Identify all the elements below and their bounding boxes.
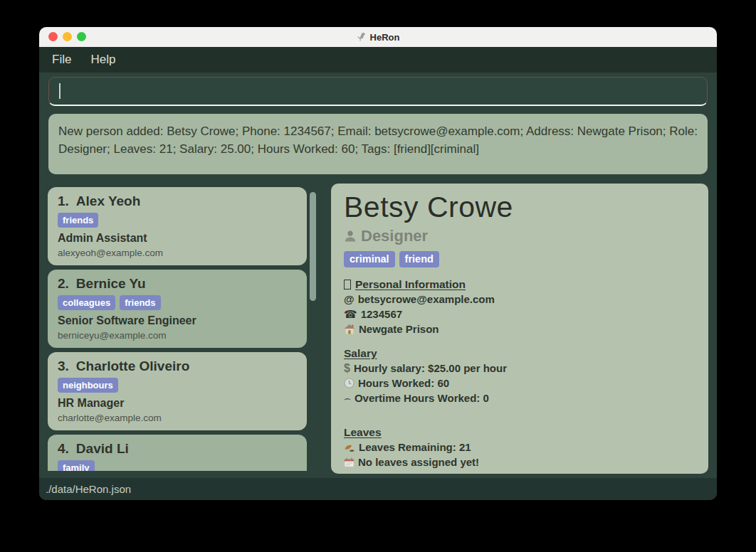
person-name-line: 4.David Li (58, 440, 297, 457)
detail-address-line: Newgate Prison (344, 322, 695, 336)
menu-bar: File Help (39, 47, 717, 73)
detail-leaves-remaining-value: Leaves Remaining: 21 (359, 440, 471, 455)
phone-icon: ☎ (344, 307, 357, 322)
leaves-heading: Leaves (344, 425, 695, 440)
tag-badge: friend (399, 251, 439, 267)
person-list[interactable]: 1.Alex Yeoh friends Admin Assistant alex… (48, 185, 308, 471)
missing-glyph-icon (344, 280, 351, 290)
result-display[interactable]: New person added: Betsy Crowe; Phone: 12… (48, 114, 708, 174)
menu-file[interactable]: File (52, 53, 71, 67)
house-icon (344, 324, 355, 334)
detail-role-label: Designer (361, 227, 428, 245)
person-name: David Li (76, 441, 129, 456)
person-icon (344, 230, 357, 243)
person-name: Alex Yeoh (76, 193, 140, 208)
detail-role-line: Designer (344, 227, 695, 245)
person-card[interactable]: 3.Charlotte Oliveiro neighbours HR Manag… (48, 352, 307, 430)
app-window: HeRon File Help New person added: Betsy … (39, 27, 717, 500)
command-input[interactable] (48, 77, 708, 106)
detail-overtime-value: Overtime Hours Worked: 0 (355, 391, 489, 405)
detail-email-line: @ betsycrowe@example.com (344, 292, 695, 307)
data-file-path: ./data/HeRon.json (46, 483, 131, 495)
person-tags: friends (58, 212, 297, 228)
detail-leaves-assigned-value: No leaves assigned yet! (358, 455, 479, 469)
detail-salary-value: Hourly salary: $25.00 per hour (354, 361, 507, 376)
tag-badge: friends (58, 213, 98, 228)
overtime-arc-icon: ⌢ (344, 391, 351, 405)
person-email: berniceyu@example.com (58, 329, 297, 341)
menu-help[interactable]: Help (90, 53, 115, 67)
person-role: Senior Software Engineer (58, 313, 297, 328)
person-index: 4. (58, 441, 69, 456)
salary-heading: Salary (344, 346, 695, 361)
detail-leaves-assigned-line: No leaves assigned yet! (344, 455, 695, 469)
detail-tags: criminalfriend (344, 251, 695, 267)
tag-badge: colleagues (58, 295, 115, 310)
detail-hours-value: Hours Worked: 60 (358, 376, 449, 391)
tag-badge: family (58, 460, 95, 471)
person-email: alexyeoh@example.com (58, 247, 297, 259)
person-name-line: 1.Alex Yeoh (58, 192, 297, 210)
person-email: charlotte@example.com (58, 412, 297, 424)
person-role: HR Manager (58, 396, 297, 410)
status-bar: ./data/HeRon.json (39, 478, 717, 500)
person-index: 3. (58, 359, 69, 373)
text-cursor (59, 83, 61, 99)
window-title: HeRon (39, 27, 717, 47)
leaves-icon (344, 442, 355, 452)
person-card[interactable]: 2.Bernice Yu colleaguesfriends Senior So… (48, 270, 307, 348)
person-name-line: 2.Bernice Yu (58, 275, 297, 292)
detail-person-name: Betsy Crowe (344, 191, 695, 223)
person-name: Bernice Yu (76, 276, 146, 291)
desktop-background: HeRon File Help New person added: Betsy … (0, 0, 756, 552)
person-name: Charlotte Oliveiro (76, 359, 189, 373)
title-bar[interactable]: HeRon (39, 27, 717, 47)
detail-hours-line: Hours Worked: 60 (344, 376, 695, 391)
detail-phone-value: 1234567 (361, 307, 402, 322)
detail-leaves-remaining-line: Leaves Remaining: 21 (344, 440, 695, 455)
person-tags: neighbours (58, 377, 297, 393)
detail-overtime-line: ⌢ Overtime Hours Worked: 0 (344, 391, 695, 405)
calendar-icon (344, 457, 355, 467)
at-icon: @ (344, 292, 355, 307)
scrollbar-thumb[interactable] (310, 192, 316, 301)
personal-info-heading-text: Personal Information (355, 277, 466, 292)
detail-email-value: betsycrowe@example.com (358, 292, 495, 307)
detail-salary-line: $ Hourly salary: $25.00 per hour (344, 361, 695, 376)
person-tags: colleaguesfriends (58, 294, 297, 310)
dollar-icon: $ (344, 361, 350, 376)
detail-address-value: Newgate Prison (359, 322, 439, 336)
clock-icon (344, 378, 355, 388)
window-title-text: HeRon (370, 32, 400, 43)
person-index: 2. (58, 276, 69, 291)
person-tags: family (58, 460, 297, 471)
tag-badge: friends (120, 295, 160, 310)
person-card[interactable]: 4.David Li family Android Developer (48, 435, 307, 471)
heron-icon (357, 32, 367, 43)
person-list-scrollbar[interactable] (310, 189, 316, 468)
person-name-line: 3.Charlotte Oliveiro (58, 357, 297, 375)
person-card[interactable]: 1.Alex Yeoh friends Admin Assistant alex… (48, 187, 307, 265)
personal-info-heading: Personal Information (344, 277, 695, 292)
person-detail-panel: Betsy Crowe Designer criminalfriend Pers… (331, 184, 708, 474)
result-text: New person added: Betsy Crowe; Phone: 12… (58, 124, 698, 156)
tag-badge: neighbours (58, 378, 118, 393)
tag-badge: criminal (344, 251, 395, 267)
person-index: 1. (58, 193, 69, 208)
person-role: Admin Assistant (58, 230, 297, 245)
detail-phone-line: ☎ 1234567 (344, 307, 695, 322)
